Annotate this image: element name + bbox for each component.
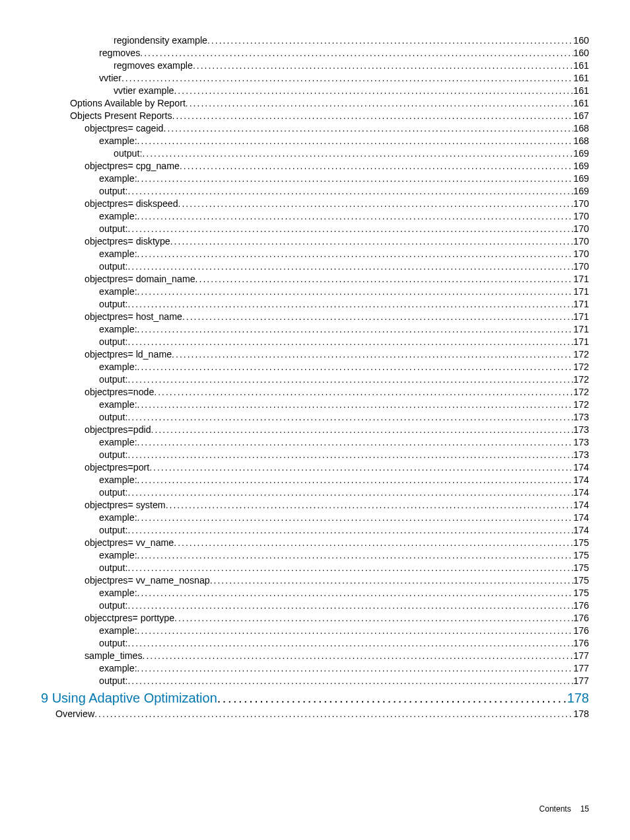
toc-entry[interactable]: output:175 (41, 563, 589, 576)
toc-entry-page: 174 (573, 475, 589, 484)
toc-entry-label: objectpres= host_name (85, 312, 182, 321)
toc-entry[interactable]: output:170 (41, 262, 589, 274)
toc-entry[interactable]: output:173 (41, 412, 589, 425)
toc-entry[interactable]: Objects Present Reports167 (41, 111, 589, 124)
toc-entry[interactable]: output:176 (41, 601, 589, 613)
toc-leader-dots (127, 262, 573, 271)
toc-entry-label: objectpres= vv_name_nosnap (85, 576, 210, 585)
toc-entry-label: output: (99, 563, 127, 572)
toc-entry[interactable]: objectpres=pdid173 (41, 425, 589, 438)
toc-entry-label: example: (99, 513, 137, 522)
toc-entry-label: output: (99, 676, 127, 685)
toc-leader-dots (137, 626, 574, 635)
toc-entry-label: example: (99, 136, 137, 145)
toc-entry[interactable]: output:174 (41, 525, 589, 538)
toc-entry-page: 172 (573, 362, 589, 371)
toc-entry-page: 169 (573, 174, 589, 183)
toc-leader-dots (172, 111, 574, 120)
toc-entry[interactable]: regmoves example161 (41, 61, 589, 73)
toc-entry-page: 174 (573, 513, 589, 522)
toc-leader-dots (137, 513, 574, 522)
toc-entry[interactable]: objectpres= diskspeed170 (41, 199, 589, 211)
toc-entry[interactable]: output:171 (41, 299, 589, 312)
toc-leader-dots (143, 651, 574, 660)
toc-entry[interactable]: example:175 (41, 551, 589, 563)
toc-entry-label: output: (99, 186, 127, 196)
toc-entry-page: 171 (573, 312, 589, 321)
toc-entry[interactable]: Options Available by Report161 (41, 98, 589, 111)
toc-leader-dots (137, 249, 574, 258)
toc-entry[interactable]: output:173 (41, 450, 589, 463)
toc-entry-label: vvtier example (114, 86, 174, 95)
toc-leader-dots (137, 475, 574, 484)
toc-entry[interactable]: Overview178 (41, 709, 589, 722)
toc-entry-page: 170 (573, 249, 589, 258)
toc-leader-dots (164, 124, 574, 133)
toc-entry-page: 175 (573, 551, 589, 560)
footer-label: Contents (540, 804, 571, 814)
page-footer: Contents15 (540, 804, 589, 814)
toc-entry[interactable]: output:172 (41, 375, 589, 387)
toc-entry[interactable]: example:170 (41, 249, 589, 262)
toc-entry[interactable]: example:171 (41, 325, 589, 337)
toc-entry[interactable]: objectpres=port174 (41, 463, 589, 475)
toc-entry[interactable]: regiondensity example160 (41, 36, 589, 48)
toc-entry-label: output: (99, 601, 127, 610)
toc-entry[interactable]: example:171 (41, 287, 589, 299)
toc-entry-page: 160 (573, 36, 589, 45)
toc-entry[interactable]: example:168 (41, 136, 589, 149)
toc-entry[interactable]: output:177 (41, 676, 589, 689)
toc-entry-page: 169 (573, 161, 589, 171)
toc-entry-label: example: (99, 588, 137, 597)
toc-entry[interactable]: example:175 (41, 588, 589, 601)
toc-entry[interactable]: example:172 (41, 362, 589, 375)
toc-entry[interactable]: objectpres= ld_name172 (41, 350, 589, 362)
toc-entry-label: example: (99, 249, 137, 258)
toc-chapter-entry[interactable]: 9 Using Adaptive Optimization178 (41, 691, 589, 709)
toc-entry-page: 171 (573, 299, 589, 309)
toc-entry[interactable]: output:170 (41, 224, 589, 237)
toc-leader-dots (127, 563, 573, 572)
toc-entry[interactable]: objectpres= disktype170 (41, 237, 589, 249)
toc-entry[interactable]: objectpres= system174 (41, 500, 589, 513)
toc-entry-label: Objects Present Reports (70, 111, 172, 120)
toc-entry[interactable]: example:169 (41, 174, 589, 186)
toc-entry-label: example: (99, 475, 137, 484)
toc-entry[interactable]: objectpres= host_name171 (41, 312, 589, 325)
toc-leader-dots (127, 337, 573, 346)
toc-entry[interactable]: objectpres= vv_name175 (41, 538, 589, 551)
toc-entry[interactable]: objectpres= cpg_name169 (41, 161, 589, 174)
toc-entry-page: 176 (573, 626, 589, 635)
toc-entry[interactable]: example:176 (41, 626, 589, 638)
toc-entry[interactable]: regmoves160 (41, 48, 589, 61)
toc-entry[interactable]: output:169 (41, 186, 589, 199)
toc-entry[interactable]: example:174 (41, 475, 589, 488)
toc-entry[interactable]: output:176 (41, 638, 589, 651)
toc-entry[interactable]: example:170 (41, 211, 589, 224)
toc-entry[interactable]: objecctpres= porttype176 (41, 613, 589, 626)
toc-leader-dots (166, 500, 574, 510)
toc-entry-page: 176 (573, 613, 589, 623)
toc-entry-page: 176 (573, 638, 589, 648)
toc-entry[interactable]: objectpres= cageid168 (41, 124, 589, 136)
toc-leader-dots (137, 400, 574, 409)
toc-entry[interactable]: example:177 (41, 664, 589, 676)
toc-entry[interactable]: output:169 (41, 149, 589, 161)
toc-entry[interactable]: vvtier161 (41, 73, 589, 86)
toc-entry-page: 171 (573, 337, 589, 346)
toc-entry[interactable]: output:174 (41, 488, 589, 500)
toc-entry[interactable]: vvtier example161 (41, 86, 589, 98)
toc-entry[interactable]: objectpres= domain_name171 (41, 274, 589, 287)
toc-entry[interactable]: example:174 (41, 513, 589, 525)
toc-entry[interactable]: objectpres= vv_name_nosnap175 (41, 576, 589, 588)
toc-leader-dots (127, 375, 573, 384)
toc-entry[interactable]: objectpres=node172 (41, 387, 589, 400)
toc-entry-label: objectpres= vv_name (85, 538, 174, 547)
toc-entry-page: 177 (573, 651, 589, 660)
toc-entry[interactable]: example:173 (41, 438, 589, 450)
toc-entry[interactable]: sample_times177 (41, 651, 589, 664)
toc-entry[interactable]: output:171 (41, 337, 589, 350)
toc-entry[interactable]: example:172 (41, 400, 589, 412)
footer-page-number: 15 (580, 804, 589, 814)
toc-entry-label: 9 Using Adaptive Optimization (41, 691, 217, 705)
